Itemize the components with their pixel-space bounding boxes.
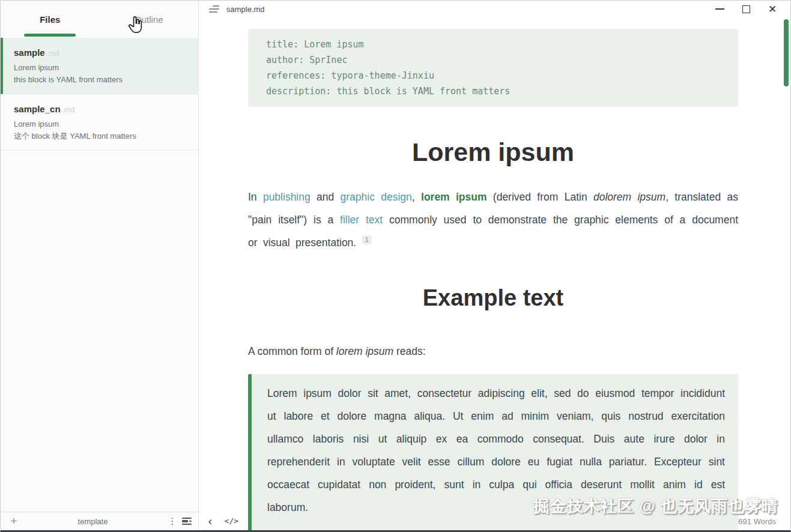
word-count: 691 Words <box>738 517 776 526</box>
blockquote: Lorem ipsum dolor sit amet, consectetur … <box>248 374 738 530</box>
intro-paragraph: In publishing and graphic design, lorem … <box>248 186 738 254</box>
template-label[interactable]: template <box>20 517 166 526</box>
close-button[interactable]: ✕ <box>759 1 786 17</box>
file-name: sample_cn <box>14 104 61 114</box>
editor-pane: sample.md ✕ title: Lorem ipsum author: S… <box>199 1 790 530</box>
file-name: sample <box>14 47 45 58</box>
file-title: sample.md <box>14 47 186 58</box>
scrollbar-thumb[interactable] <box>784 19 789 86</box>
new-file-button[interactable]: + <box>8 515 20 528</box>
footnote-ref[interactable]: 1 <box>362 235 372 244</box>
file-title: sample_cn.md <box>14 104 186 114</box>
sidebar-tabbar: Files Outline <box>1 1 198 38</box>
tab-outline-label: Outline <box>135 14 163 25</box>
file-extension: .md <box>62 105 75 114</box>
text-run: (derived from Latin <box>487 191 593 203</box>
text-run: , <box>412 191 421 203</box>
link-publishing[interactable]: publishing <box>263 191 311 203</box>
titlebar: sample.md ✕ <box>199 1 790 17</box>
kebab-menu-icon[interactable]: ⋮ <box>166 516 179 527</box>
collapse-sidebar-icon[interactable]: ‹ <box>208 515 213 528</box>
text-run: A common form of <box>248 345 336 357</box>
menu-icon[interactable] <box>209 5 219 13</box>
file-preview-line: 这个 block 块是 YAML front matters <box>14 130 186 142</box>
link-filler-text[interactable]: filler text <box>340 214 383 226</box>
file-preview-line: this block is YAML front matters <box>14 74 186 86</box>
heading-lorem-ipsum: Lorem ipsum <box>248 138 738 167</box>
text-run: and <box>311 191 341 203</box>
tab-outline[interactable]: Outline <box>100 1 199 38</box>
em-lorem-ipsum: lorem ipsum <box>336 345 393 357</box>
source-code-mode-icon[interactable]: </> <box>225 516 238 525</box>
yaml-line: title: Lorem ipsum <box>266 37 720 52</box>
minimize-button[interactable] <box>706 1 733 17</box>
tab-files[interactable]: Files <box>1 1 100 38</box>
file-preview-line: Lorem ipsum <box>14 118 186 130</box>
sidebar-view-toggle-icon[interactable] <box>179 517 195 525</box>
text-run: reads: <box>393 345 426 357</box>
file-preview-line: Lorem ipsum <box>14 62 186 74</box>
em-dolorem-ipsum: dolorem ipsum <box>593 191 665 203</box>
text-run: In <box>248 191 263 203</box>
lead-sentence: A common form of lorem ipsum reads: <box>248 345 738 358</box>
document-content[interactable]: title: Lorem ipsum author: SprInec refer… <box>199 17 790 530</box>
window-controls: ✕ <box>706 1 786 17</box>
link-graphic-design[interactable]: graphic design <box>341 191 412 203</box>
editor-bottom-left: ‹ </> <box>199 512 238 530</box>
sidebar: Files Outline sample.md Lorem ipsum this… <box>1 1 199 530</box>
strong-lorem-ipsum: lorem ipsum <box>421 191 487 203</box>
yaml-line: description: this block is YAML front ma… <box>266 83 720 99</box>
maximize-button[interactable] <box>733 1 759 17</box>
sidebar-footer: + template ⋮ <box>1 512 198 530</box>
app-window: Files Outline sample.md Lorem ipsum this… <box>0 0 791 532</box>
yaml-line: references: typora-theme-Jinxiu <box>266 68 720 83</box>
yaml-front-matter[interactable]: title: Lorem ipsum author: SprInec refer… <box>248 29 738 107</box>
file-item-sample-cn[interactable]: sample_cn.md Lorem ipsum 这个 block 块是 YAM… <box>1 94 198 151</box>
document-title: sample.md <box>226 5 265 14</box>
tab-files-label: Files <box>40 14 60 25</box>
heading-example-text: Example text <box>248 285 738 311</box>
file-item-sample[interactable]: sample.md Lorem ipsum this block is YAML… <box>1 38 198 94</box>
yaml-line: author: SprInec <box>266 52 720 68</box>
blockquote-text: Lorem ipsum dolor sit amet, consectetur … <box>267 382 725 519</box>
file-extension: .md <box>46 49 59 58</box>
